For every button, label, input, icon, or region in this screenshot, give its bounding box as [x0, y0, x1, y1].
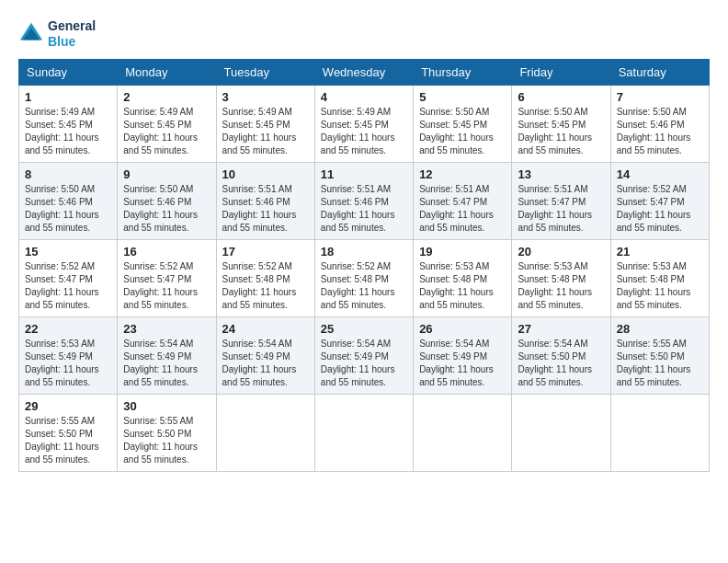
daylight-label: Daylight: 11 hours and 55 minutes.	[617, 287, 691, 310]
daylight-label: Daylight: 11 hours and 55 minutes.	[222, 132, 297, 155]
day-number: 27	[518, 322, 604, 336]
sunset-label: Sunset: 5:49 PM	[123, 351, 191, 362]
calendar-cell: 13 Sunrise: 5:51 AM Sunset: 5:47 PM Dayl…	[512, 162, 610, 239]
day-info: Sunrise: 5:52 AM Sunset: 5:48 PM Dayligh…	[321, 260, 407, 312]
sunset-label: Sunset: 5:48 PM	[518, 274, 586, 284]
day-info: Sunrise: 5:55 AM Sunset: 5:50 PM Dayligh…	[123, 415, 210, 466]
calendar-week-2: 8 Sunrise: 5:50 AM Sunset: 5:46 PM Dayli…	[19, 162, 710, 239]
daylight-label: Daylight: 11 hours and 55 minutes.	[123, 442, 198, 465]
day-info: Sunrise: 5:52 AM Sunset: 5:47 PM Dayligh…	[123, 260, 210, 312]
sunrise-label: Sunrise: 5:51 AM	[321, 184, 391, 194]
daylight-label: Daylight: 11 hours and 55 minutes.	[419, 364, 494, 387]
calendar-cell: 30 Sunrise: 5:55 AM Sunset: 5:50 PM Dayl…	[118, 394, 216, 471]
calendar-cell: 10 Sunrise: 5:51 AM Sunset: 5:46 PM Dayl…	[216, 162, 314, 239]
day-number: 8	[25, 167, 111, 181]
daylight-label: Daylight: 11 hours and 55 minutes.	[321, 132, 395, 155]
sunset-label: Sunset: 5:47 PM	[518, 197, 586, 207]
sunset-label: Sunset: 5:47 PM	[617, 197, 685, 207]
daylight-label: Daylight: 11 hours and 55 minutes.	[617, 132, 691, 155]
daylight-label: Daylight: 11 hours and 55 minutes.	[123, 132, 198, 155]
header-thursday: Thursday	[414, 59, 512, 85]
sunrise-label: Sunrise: 5:55 AM	[617, 339, 687, 349]
calendar-cell	[512, 394, 610, 471]
day-number: 16	[123, 245, 210, 259]
sunset-label: Sunset: 5:48 PM	[321, 274, 389, 284]
sunrise-label: Sunrise: 5:49 AM	[123, 107, 193, 117]
calendar-cell: 29 Sunrise: 5:55 AM Sunset: 5:50 PM Dayl…	[19, 394, 118, 471]
daylight-label: Daylight: 11 hours and 55 minutes.	[222, 210, 297, 233]
day-info: Sunrise: 5:52 AM Sunset: 5:48 PM Dayligh…	[222, 260, 309, 312]
day-number: 17	[222, 245, 309, 259]
day-number: 28	[617, 322, 703, 336]
day-number: 29	[25, 399, 111, 413]
calendar-cell: 8 Sunrise: 5:50 AM Sunset: 5:46 PM Dayli…	[19, 162, 118, 239]
day-info: Sunrise: 5:50 AM Sunset: 5:46 PM Dayligh…	[123, 183, 210, 235]
sunrise-label: Sunrise: 5:50 AM	[25, 184, 95, 194]
sunrise-label: Sunrise: 5:51 AM	[419, 184, 489, 194]
logo-icon	[18, 21, 44, 47]
day-info: Sunrise: 5:53 AM Sunset: 5:48 PM Dayligh…	[419, 260, 506, 312]
sunset-label: Sunset: 5:46 PM	[123, 197, 191, 207]
day-info: Sunrise: 5:52 AM Sunset: 5:47 PM Dayligh…	[25, 260, 111, 312]
sunrise-label: Sunrise: 5:54 AM	[518, 339, 587, 349]
sunrise-label: Sunrise: 5:52 AM	[222, 261, 292, 271]
calendar-week-3: 15 Sunrise: 5:52 AM Sunset: 5:47 PM Dayl…	[19, 239, 710, 316]
sunset-label: Sunset: 5:50 PM	[123, 429, 191, 439]
day-info: Sunrise: 5:53 AM Sunset: 5:48 PM Dayligh…	[518, 260, 604, 312]
header-monday: Monday	[118, 59, 216, 85]
header-friday: Friday	[512, 59, 610, 85]
day-info: Sunrise: 5:51 AM Sunset: 5:47 PM Dayligh…	[419, 183, 506, 235]
calendar-table: SundayMondayTuesdayWednesdayThursdayFrid…	[18, 59, 710, 472]
header-saturday: Saturday	[610, 59, 709, 85]
sunrise-label: Sunrise: 5:52 AM	[123, 261, 193, 271]
calendar-cell: 1 Sunrise: 5:49 AM Sunset: 5:45 PM Dayli…	[19, 85, 118, 162]
sunset-label: Sunset: 5:50 PM	[617, 351, 685, 362]
day-number: 14	[617, 167, 703, 181]
sunrise-label: Sunrise: 5:51 AM	[222, 184, 292, 194]
sunrise-label: Sunrise: 5:50 AM	[123, 184, 193, 194]
sunrise-label: Sunrise: 5:52 AM	[321, 261, 391, 271]
daylight-label: Daylight: 11 hours and 55 minutes.	[518, 364, 592, 387]
sunrise-label: Sunrise: 5:52 AM	[617, 184, 687, 194]
day-info: Sunrise: 5:54 AM Sunset: 5:49 PM Dayligh…	[419, 338, 506, 389]
calendar-cell: 11 Sunrise: 5:51 AM Sunset: 5:46 PM Dayl…	[314, 162, 413, 239]
sunrise-label: Sunrise: 5:55 AM	[25, 416, 95, 426]
daylight-label: Daylight: 11 hours and 55 minutes.	[617, 364, 691, 387]
sunrise-label: Sunrise: 5:51 AM	[518, 184, 587, 194]
day-number: 15	[25, 245, 111, 259]
day-number: 30	[123, 399, 210, 413]
logo: General Blue	[18, 18, 96, 50]
sunset-label: Sunset: 5:49 PM	[222, 351, 290, 362]
day-number: 24	[222, 322, 309, 336]
calendar-cell: 12 Sunrise: 5:51 AM Sunset: 5:47 PM Dayl…	[414, 162, 512, 239]
day-number: 5	[419, 90, 506, 104]
header-sunday: Sunday	[19, 59, 118, 85]
day-number: 6	[518, 90, 604, 104]
day-number: 11	[321, 167, 407, 181]
calendar-cell	[414, 394, 512, 471]
day-number: 18	[321, 245, 407, 259]
day-number: 10	[222, 167, 309, 181]
header-tuesday: Tuesday	[216, 59, 314, 85]
day-info: Sunrise: 5:54 AM Sunset: 5:49 PM Dayligh…	[321, 338, 407, 389]
sunset-label: Sunset: 5:47 PM	[123, 274, 191, 284]
day-number: 26	[419, 322, 506, 336]
day-number: 23	[123, 322, 210, 336]
day-info: Sunrise: 5:55 AM Sunset: 5:50 PM Dayligh…	[25, 415, 111, 466]
sunset-label: Sunset: 5:50 PM	[518, 351, 586, 362]
sunset-label: Sunset: 5:45 PM	[25, 120, 93, 130]
calendar-cell: 18 Sunrise: 5:52 AM Sunset: 5:48 PM Dayl…	[314, 239, 413, 316]
day-info: Sunrise: 5:50 AM Sunset: 5:45 PM Dayligh…	[419, 106, 506, 157]
calendar-cell: 4 Sunrise: 5:49 AM Sunset: 5:45 PM Dayli…	[314, 85, 413, 162]
day-info: Sunrise: 5:50 AM Sunset: 5:46 PM Dayligh…	[25, 183, 111, 235]
calendar-cell	[610, 394, 709, 471]
sunrise-label: Sunrise: 5:50 AM	[617, 107, 687, 117]
daylight-label: Daylight: 11 hours and 55 minutes.	[25, 364, 99, 387]
sunrise-label: Sunrise: 5:50 AM	[419, 107, 489, 117]
calendar-week-1: 1 Sunrise: 5:49 AM Sunset: 5:45 PM Dayli…	[19, 85, 710, 162]
daylight-label: Daylight: 11 hours and 55 minutes.	[419, 132, 494, 155]
daylight-label: Daylight: 11 hours and 55 minutes.	[321, 364, 395, 387]
day-info: Sunrise: 5:54 AM Sunset: 5:49 PM Dayligh…	[123, 338, 210, 389]
sunrise-label: Sunrise: 5:49 AM	[222, 107, 292, 117]
calendar-week-4: 22 Sunrise: 5:53 AM Sunset: 5:49 PM Dayl…	[19, 316, 710, 394]
